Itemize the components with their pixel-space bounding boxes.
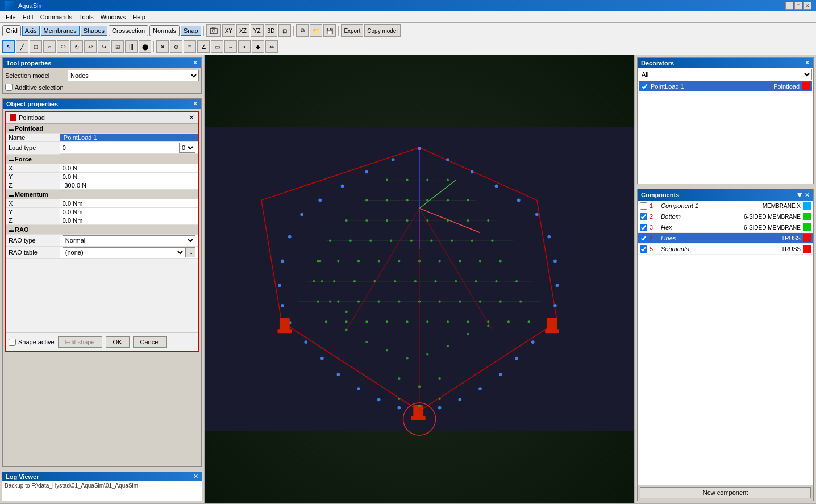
comp-item-1[interactable]: 1 Component 1 MEMBRANE X bbox=[638, 201, 813, 211]
toolbar-membranes[interactable]: Membranes bbox=[41, 26, 80, 36]
svg-point-46 bbox=[475, 280, 477, 282]
prop-loadtype-select[interactable]: 0 bbox=[179, 143, 195, 153]
tool-node2[interactable]: • bbox=[238, 40, 251, 53]
prop-name-input[interactable] bbox=[63, 134, 195, 141]
additive-selection-cb[interactable] bbox=[5, 84, 13, 91]
rao-table-select[interactable]: (none) bbox=[63, 247, 185, 257]
toolbar-folder[interactable]: 📁 bbox=[310, 24, 322, 37]
menu-help[interactable]: Help bbox=[129, 13, 149, 22]
svg-point-50 bbox=[337, 260, 339, 262]
tool-bar[interactable]: ||| bbox=[125, 40, 138, 53]
decorators-close[interactable]: ✕ bbox=[805, 59, 810, 66]
tool-properties-close[interactable]: ✕ bbox=[193, 59, 198, 66]
svg-point-104 bbox=[397, 406, 401, 410]
tool-rect[interactable]: ▭ bbox=[211, 40, 223, 53]
toolbar-axis[interactable]: Axis bbox=[22, 26, 40, 36]
new-component-btn[interactable]: New component bbox=[640, 487, 811, 498]
tool-align[interactable]: ≡ bbox=[184, 40, 196, 53]
menu-tools[interactable]: Tools bbox=[76, 13, 97, 22]
toolbar-view-xz[interactable]: XZ bbox=[236, 24, 249, 37]
edit-shape-btn[interactable]: Edit shape bbox=[58, 336, 102, 348]
menu-commands[interactable]: Commands bbox=[37, 13, 76, 22]
menu-windows[interactable]: Windows bbox=[97, 13, 130, 22]
prop-rao-table-value[interactable]: (none) ... bbox=[60, 247, 198, 259]
components-close[interactable]: ✕ bbox=[805, 190, 810, 199]
toolbar-shapes[interactable]: Shapes bbox=[81, 26, 107, 36]
tool-link[interactable]: ⇔ bbox=[265, 40, 278, 53]
comp-item-1-type: MEMBRANE X bbox=[763, 203, 801, 209]
dec-item-label: PointLoad 1 bbox=[651, 83, 773, 90]
rao-table-browse-btn[interactable]: ... bbox=[185, 247, 195, 257]
tool-box[interactable]: □ bbox=[30, 40, 42, 53]
tool-angle[interactable]: ∠ bbox=[197, 40, 210, 53]
tool-split[interactable]: ⊘ bbox=[170, 40, 182, 53]
object-properties-close[interactable]: ✕ bbox=[193, 100, 198, 107]
tool-undo[interactable]: ↩ bbox=[84, 40, 97, 53]
cancel-btn[interactable]: Cancel bbox=[133, 336, 167, 348]
comp-item-3[interactable]: 3 Hex 6-SIDED MEMBRANE bbox=[638, 222, 813, 233]
svg-point-61 bbox=[369, 240, 372, 242]
toolbar-normals[interactable]: Normals bbox=[149, 25, 180, 36]
prop-rao-type-value[interactable]: Normal Custom bbox=[60, 234, 198, 246]
toolbar-export[interactable]: Export bbox=[341, 24, 363, 37]
svg-point-74 bbox=[467, 219, 469, 222]
svg-point-93 bbox=[553, 260, 557, 263]
prop-loadtype-value[interactable]: 0 0 bbox=[60, 142, 198, 154]
toolbar-grid[interactable]: Grid bbox=[2, 25, 21, 36]
comp-item-1-cb[interactable] bbox=[640, 202, 647, 210]
comp-item-4[interactable]: 4 Lines TRUSS bbox=[638, 233, 813, 244]
tool-node[interactable]: ⬤ bbox=[139, 40, 151, 53]
toolbar-copy[interactable]: ⧉ bbox=[296, 24, 309, 37]
tool-line[interactable]: ╱ bbox=[16, 40, 28, 53]
svg-point-69 bbox=[365, 219, 368, 222]
prop-name-value[interactable] bbox=[60, 134, 198, 142]
toolbar-view-3d[interactable]: 3D bbox=[265, 24, 278, 37]
tool-redo[interactable]: ↪ bbox=[98, 40, 110, 53]
tool-pointer[interactable]: ↖ bbox=[2, 40, 15, 53]
tool-mesh[interactable]: ⊞ bbox=[111, 40, 124, 53]
decorators-filter[interactable]: All bbox=[639, 69, 812, 80]
toolbar-fit[interactable]: ⊡ bbox=[278, 24, 291, 37]
log-viewer-close[interactable]: ✕ bbox=[193, 473, 198, 480]
rao-type-select[interactable]: Normal Custom bbox=[63, 235, 195, 245]
toolbar-snap[interactable]: Snap bbox=[181, 26, 201, 36]
maximize-btn[interactable]: □ bbox=[794, 2, 802, 10]
comp-item-5-cb[interactable] bbox=[640, 245, 647, 253]
additive-selection-row: Additive selection bbox=[5, 84, 199, 91]
tool-delete[interactable]: ✕ bbox=[156, 40, 169, 53]
svg-rect-122 bbox=[547, 318, 557, 330]
prop-mom-y-value: 0.0 Nm bbox=[60, 207, 198, 216]
viewport[interactable] bbox=[205, 55, 634, 503]
toolbar-save[interactable]: 💾 bbox=[323, 24, 336, 37]
toolbar-view-yz[interactable]: YZ bbox=[251, 24, 264, 37]
tool-revolve[interactable]: ↻ bbox=[70, 40, 83, 53]
prop-force-z-row: Z -300.0 N bbox=[6, 181, 198, 189]
dialog-close-btn[interactable]: ✕ bbox=[189, 114, 194, 122]
menu-edit[interactable]: Edit bbox=[19, 13, 37, 22]
shape-active-cb[interactable] bbox=[9, 339, 16, 346]
svg-point-60 bbox=[349, 240, 352, 242]
comp-item-2-cb[interactable] bbox=[640, 213, 647, 220]
comp-item-2[interactable]: 2 Bottom 6-SIDED MEMBRANE bbox=[638, 211, 813, 222]
tool-arrow[interactable]: → bbox=[224, 40, 237, 53]
comp-item-3-cb[interactable] bbox=[640, 224, 647, 231]
toolbar-camera[interactable] bbox=[206, 24, 221, 37]
comp-item-4-cb[interactable] bbox=[640, 235, 647, 242]
comp-dropdown-btn[interactable]: ▼ bbox=[796, 190, 803, 199]
menu-file[interactable]: File bbox=[2, 13, 19, 22]
tool-node3[interactable]: ◆ bbox=[252, 40, 264, 53]
svg-point-37 bbox=[519, 301, 522, 303]
tool-cylinder[interactable]: ⬭ bbox=[57, 40, 69, 53]
close-btn[interactable]: ✕ bbox=[803, 2, 811, 10]
toolbar-crossection[interactable]: Crossection bbox=[109, 25, 148, 36]
dec-item-pointload[interactable]: PointLoad 1 Pointload bbox=[639, 81, 812, 91]
ok-btn[interactable]: OK bbox=[106, 336, 130, 348]
dec-item-cb[interactable] bbox=[641, 83, 648, 90]
toolbar-view-xy[interactable]: XY bbox=[222, 24, 235, 37]
comp-item-5[interactable]: 5 Segments TRUSS bbox=[638, 244, 813, 255]
minimize-btn[interactable]: ─ bbox=[785, 2, 793, 10]
toolbar-copy-model[interactable]: Copy model bbox=[364, 24, 400, 37]
tool-circle[interactable]: ○ bbox=[43, 40, 56, 53]
prop-loadtype-label: Load type bbox=[6, 142, 60, 155]
selection-model-select[interactable]: Nodes Elements Lines bbox=[68, 70, 199, 81]
